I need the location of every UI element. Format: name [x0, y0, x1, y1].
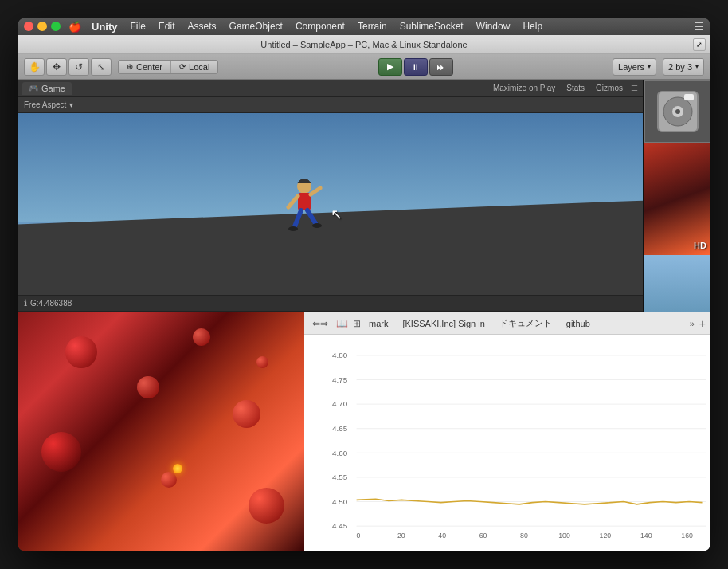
nav-expand-button[interactable]: »	[690, 319, 695, 328]
bookmark-mark[interactable]: mark	[366, 317, 391, 330]
svg-text:60: 60	[479, 532, 487, 540]
status-text: ℹ G:4.486388	[24, 298, 72, 308]
svg-point-7	[312, 223, 322, 228]
svg-text:4.50: 4.50	[332, 497, 348, 506]
menu-gameobject[interactable]: GameObject	[224, 19, 288, 33]
minimize-button[interactable]	[37, 22, 47, 31]
playback-controls: ▶ ⏸ ⏭	[378, 58, 453, 76]
svg-text:20: 20	[397, 532, 405, 540]
performance-chart: 4.80 4.75 4.70 4.65 4.60 4.55 4.50 4.45	[332, 343, 706, 547]
center-local-group: ⊕ Center ⟳ Local	[118, 60, 218, 74]
window-title-bar: Untitled – SampleApp – PC, Mac & Linux S…	[18, 35, 710, 54]
menu-file[interactable]: File	[125, 19, 151, 33]
traffic-lights	[24, 22, 61, 31]
menu-bar: 🍎 Unity File Edit Assets GameObject Comp…	[18, 18, 710, 35]
menu-unity[interactable]: Unity	[86, 19, 123, 34]
right-panel: HD	[643, 80, 710, 312]
add-bookmark-button[interactable]: +	[699, 317, 706, 330]
maximize-button[interactable]	[51, 22, 61, 31]
svg-line-3	[311, 188, 320, 194]
close-button[interactable]	[24, 22, 33, 31]
move-tool-button[interactable]: ✥	[46, 58, 67, 76]
status-bar: ℹ G:4.486388	[18, 295, 643, 311]
svg-text:80: 80	[520, 532, 528, 540]
svg-line-2	[288, 196, 298, 207]
menu-sublime[interactable]: SublimeSocket	[394, 19, 469, 33]
svg-text:4.55: 4.55	[332, 473, 348, 481]
menu-help[interactable]: Help	[517, 19, 548, 33]
center-label: Center	[136, 62, 162, 72]
play-button[interactable]: ▶	[378, 58, 402, 76]
grid-icon[interactable]: ⊞	[353, 318, 361, 329]
character	[280, 177, 328, 241]
svg-text:4.75: 4.75	[332, 375, 348, 384]
resize-button[interactable]: ⤢	[693, 38, 706, 51]
g-value: G:4.486388	[30, 299, 72, 308]
local-label: Local	[189, 62, 209, 72]
apple-logo-icon[interactable]: 🍎	[68, 21, 81, 33]
game-panel: 🎮 Game Maximize on Play Stats Gizmos ☰ F…	[18, 80, 643, 312]
aspect-dropdown[interactable]: Free Aspect ▾	[24, 100, 73, 109]
hand-tool-button[interactable]: ✋	[24, 58, 45, 76]
toolbar: ✋ ✥ ↺ ⤡ ⊕ Center ⟳ Local ▶ ⏸ ⏭ Layers ▾	[18, 54, 710, 80]
menu-assets[interactable]: Assets	[182, 19, 222, 33]
browser-nav: ⇐⇒ 📖 ⊞ mark [KISSAKI.Inc] Sign in ドキュメント…	[304, 312, 710, 335]
center-button[interactable]: ⊕ Center	[119, 61, 171, 73]
bookmark-docs[interactable]: ドキュメント	[496, 316, 555, 331]
layout-dropdown[interactable]: 2 by 3 ▾	[663, 58, 704, 76]
scale-tool-button[interactable]: ⤡	[91, 58, 112, 76]
pause-button[interactable]: ⏸	[404, 58, 428, 76]
window-title: Untitled – SampleApp – PC, Mac & Linux S…	[260, 40, 467, 49]
maximize-on-play-btn[interactable]: Maximize on Play	[490, 83, 558, 93]
tool-buttons: ✋ ✥ ↺ ⤡	[24, 58, 112, 76]
disk-icon	[644, 80, 710, 143]
menu-component[interactable]: Component	[290, 19, 350, 33]
panel-menu-icon[interactable]: ☰	[631, 84, 638, 92]
svg-text:4.80: 4.80	[332, 351, 348, 359]
folder-area	[644, 255, 710, 312]
menu-terrain[interactable]: Terrain	[352, 19, 393, 33]
game-tab-icon: 🎮	[29, 84, 38, 92]
hd-label: HD	[694, 241, 706, 250]
aspect-dropdown-icon: ▾	[69, 100, 73, 109]
chart-container: 4.80 4.75 4.70 4.65 4.60 4.55 4.50 4.45	[304, 335, 710, 551]
svg-line-4	[295, 210, 301, 226]
menu-window[interactable]: Window	[471, 19, 516, 33]
browser-area: ⇐⇒ 📖 ⊞ mark [KISSAKI.Inc] Sign in ドキュメント…	[304, 312, 710, 551]
svg-rect-12	[684, 94, 694, 100]
layout-label: 2 by 3	[668, 62, 692, 72]
gizmos-btn[interactable]: Gizmos	[593, 83, 626, 93]
bookmark-items: mark [KISSAKI.Inc] Sign in ドキュメント github	[366, 316, 593, 331]
svg-text:140: 140	[640, 532, 652, 540]
menu-items: Unity File Edit Assets GameObject Compon…	[86, 19, 548, 34]
game-viewport[interactable]: ↖	[18, 113, 643, 295]
bottom-half: ⇐⇒ 📖 ⊞ mark [KISSAKI.Inc] Sign in ドキュメント…	[18, 312, 710, 551]
stats-btn[interactable]: Stats	[563, 83, 588, 93]
svg-point-6	[288, 226, 298, 231]
panel-sub-bar: Free Aspect ▾	[18, 97, 643, 113]
local-button[interactable]: ⟳ Local	[171, 61, 217, 73]
rotate-tool-button[interactable]: ↺	[68, 58, 89, 76]
svg-text:4.60: 4.60	[332, 449, 348, 457]
svg-text:4.45: 4.45	[332, 521, 348, 530]
layers-dropdown[interactable]: Layers ▾	[613, 58, 656, 76]
svg-line-5	[307, 210, 315, 223]
hd-thumbnail: HD	[644, 143, 710, 255]
pivot-icon: ⊕	[127, 62, 133, 71]
step-button[interactable]: ⏭	[429, 58, 453, 76]
main-window: 🍎 Unity File Edit Assets GameObject Comp…	[18, 18, 710, 551]
browser-back-button[interactable]: ⇐⇒	[309, 316, 331, 331]
svg-text:40: 40	[438, 532, 446, 540]
info-icon: ℹ	[24, 298, 27, 308]
hamburger-icon[interactable]: ☰	[694, 20, 704, 33]
bookmark-icon[interactable]: 📖	[336, 318, 348, 329]
game-tab-label: Game	[41, 84, 65, 93]
menu-edit[interactable]: Edit	[153, 19, 181, 33]
layout-dropdown-icon: ▾	[695, 63, 699, 70]
local-icon: ⟳	[179, 62, 186, 71]
layers-dropdown-icon: ▾	[648, 63, 651, 70]
game-tab[interactable]: 🎮 Game	[22, 82, 72, 95]
bookmark-kissaki[interactable]: [KISSAKI.Inc] Sign in	[399, 317, 487, 330]
bookmark-github[interactable]: github	[563, 317, 593, 330]
aspect-label: Free Aspect	[24, 100, 66, 109]
